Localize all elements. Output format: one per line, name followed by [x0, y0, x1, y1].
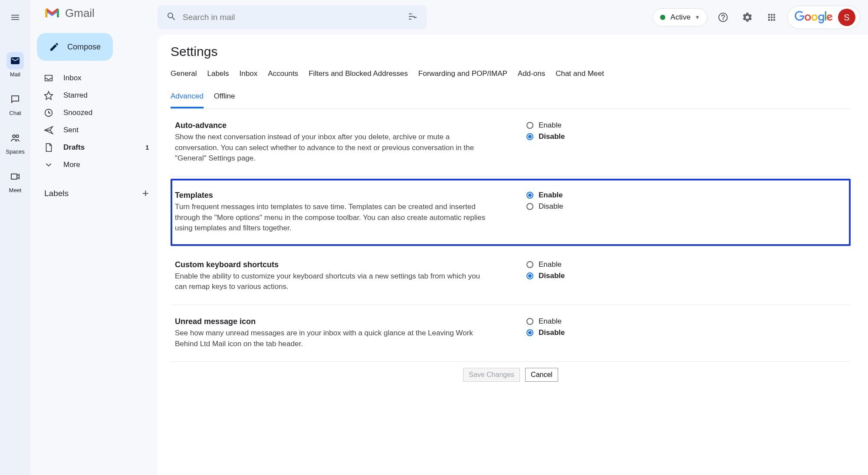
rail-item-label: Chat [9, 110, 21, 116]
compose-button[interactable]: Compose [37, 33, 113, 61]
tab-inbox[interactable]: Inbox [240, 67, 258, 84]
sidebar-item-more[interactable]: More [30, 156, 158, 174]
gmail-logo-icon [43, 7, 61, 20]
option-disable[interactable]: Disable [526, 132, 605, 141]
option-label: Enable [539, 191, 563, 200]
file-icon [43, 142, 54, 153]
setting-options: EnableDisable [526, 317, 605, 349]
avatar: S [838, 9, 855, 26]
rail-item-meet[interactable]: Meet [6, 168, 24, 193]
setting-description: Unread message iconSee how many unread m… [175, 317, 487, 349]
add-label-button[interactable]: + [142, 187, 149, 200]
setting-options: EnableDisable [526, 121, 605, 164]
settings-tabs-row2: AdvancedOffline [171, 89, 851, 109]
sidebar-item-label: Inbox [63, 74, 82, 82]
settings-footer: Save Changes Cancel [171, 368, 851, 382]
save-changes-button[interactable]: Save Changes [463, 368, 520, 382]
sidebar-item-drafts[interactable]: Drafts1 [30, 139, 158, 156]
rail-item-chat[interactable]: Chat [6, 91, 24, 116]
avatar-letter: S [844, 13, 849, 23]
meet-icon [7, 168, 24, 185]
status-chip[interactable]: Active ▼ [653, 8, 707, 26]
option-disable[interactable]: Disable [526, 328, 605, 337]
option-enable[interactable]: Enable [526, 191, 605, 200]
setting-text: See how many unread messages are in your… [175, 328, 487, 349]
option-label: Disable [539, 132, 565, 141]
sidebar-item-snoozed[interactable]: Snoozed [30, 104, 158, 121]
google-logo-icon [795, 11, 833, 24]
tab-add-ons[interactable]: Add-ons [518, 67, 545, 84]
sidebar-item-sent[interactable]: Sent [30, 121, 158, 139]
setting-options: EnableDisable [526, 260, 605, 292]
status-dot-icon [660, 15, 665, 20]
search-bar[interactable] [158, 5, 427, 29]
main-menu-button[interactable] [7, 9, 24, 26]
radio-icon [526, 122, 533, 129]
option-label: Enable [539, 260, 562, 269]
topbar: Active ▼ S [158, 0, 868, 35]
radio-icon [526, 329, 533, 336]
settings-content: Settings GeneralLabelsInboxAccountsFilte… [158, 35, 868, 475]
sidebar-item-label: Sent [63, 126, 79, 134]
product-logo[interactable]: Gmail [30, 7, 158, 29]
sidebar-item-label: Drafts [63, 143, 85, 152]
option-label: Disable [539, 272, 565, 280]
setting-unread-message-icon: Unread message iconSee how many unread m… [171, 305, 851, 362]
tab-forwarding-and-pop-imap[interactable]: Forwarding and POP/IMAP [418, 67, 507, 84]
option-disable[interactable]: Disable [526, 272, 605, 280]
tab-labels[interactable]: Labels [207, 67, 229, 84]
search-icon [166, 11, 177, 23]
chat-icon [7, 91, 24, 108]
setting-custom-keyboard-shortcuts: Custom keyboard shortcutsEnable the abil… [171, 248, 851, 305]
radio-icon [526, 133, 533, 140]
settings-sections: Auto-advanceShow the next conversation i… [171, 109, 851, 362]
main-area: Active ▼ S Settings Gener [158, 0, 868, 475]
setting-auto-advance: Auto-advanceShow the next conversation i… [171, 109, 851, 177]
cancel-button[interactable]: Cancel [525, 368, 558, 382]
sidebar-item-inbox[interactable]: Inbox [30, 69, 158, 87]
radio-icon [526, 192, 533, 199]
setting-templates: TemplatesTurn frequent messages into tem… [171, 179, 851, 246]
setting-text: Show the next conversation instead of yo… [175, 132, 487, 164]
tab-offline[interactable]: Offline [214, 89, 235, 108]
apps-button[interactable] [763, 9, 780, 26]
setting-options: EnableDisable [526, 191, 605, 234]
mail-icon [7, 52, 24, 69]
rail-item-label: Mail [10, 71, 20, 78]
radio-icon [526, 203, 533, 210]
tab-accounts[interactable]: Accounts [268, 67, 298, 84]
gear-icon [742, 12, 753, 23]
sidebar-item-starred[interactable]: Starred [30, 87, 158, 104]
radio-icon [526, 272, 533, 279]
search-input[interactable] [183, 13, 408, 22]
tab-chat-and-meet[interactable]: Chat and Meet [556, 67, 604, 84]
option-enable[interactable]: Enable [526, 121, 605, 130]
support-button[interactable] [714, 9, 732, 26]
topbar-right: Active ▼ S [653, 6, 860, 29]
setting-title: Custom keyboard shortcuts [175, 260, 487, 269]
tab-general[interactable]: General [171, 67, 197, 84]
compose-label: Compose [67, 43, 101, 52]
sidebar-item-count: 1 [145, 144, 149, 151]
radio-icon [526, 318, 533, 325]
setting-title: Unread message icon [175, 317, 487, 326]
account-badge[interactable]: S [787, 6, 860, 29]
search-options-button[interactable] [408, 11, 418, 23]
setting-description: TemplatesTurn frequent messages into tem… [175, 191, 487, 234]
inbox-icon [43, 73, 54, 83]
option-enable[interactable]: Enable [526, 317, 605, 326]
tab-filters-and-blocked-addresses[interactable]: Filters and Blocked Addresses [309, 67, 408, 84]
chevron-down-icon: ▼ [695, 14, 700, 20]
sidebar-item-label: More [63, 161, 80, 169]
rail-item-mail[interactable]: Mail [6, 52, 24, 78]
settings-button[interactable] [739, 9, 756, 26]
spaces-icon [7, 129, 24, 147]
option-label: Enable [539, 317, 562, 326]
tab-advanced[interactable]: Advanced [171, 89, 204, 108]
option-disable[interactable]: Disable [526, 202, 605, 211]
setting-title: Auto-advance [175, 121, 487, 130]
rail-item-spaces[interactable]: Spaces [6, 129, 24, 155]
send-icon [43, 125, 54, 135]
chevron-down-icon [43, 160, 54, 170]
option-enable[interactable]: Enable [526, 260, 605, 269]
